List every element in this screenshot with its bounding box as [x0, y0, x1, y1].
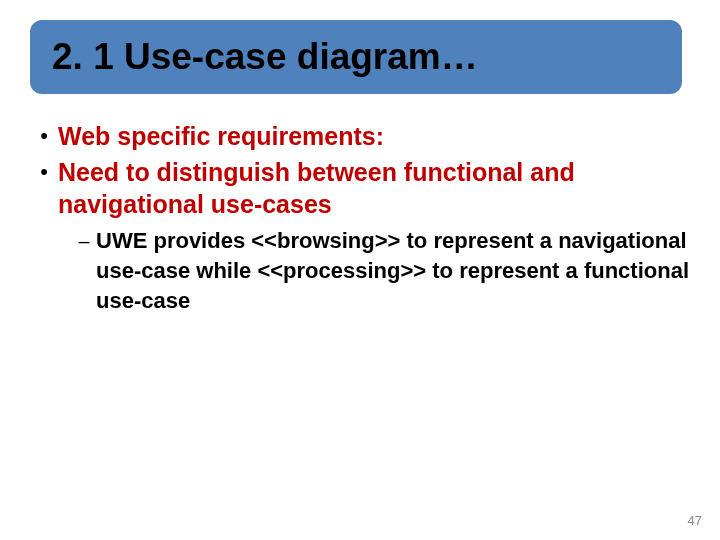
- bullet-dot-icon: •: [30, 120, 58, 152]
- bullet-dash-icon: –: [72, 226, 96, 256]
- sub-bullet-text: UWE provides <<browsing>> to represent a…: [96, 226, 690, 316]
- bullet-item: • Web specific requirements:: [30, 120, 690, 152]
- bullet-dot-icon: •: [30, 156, 58, 188]
- slide-title: 2. 1 Use-case diagram…: [52, 36, 660, 78]
- slide-body: • Web specific requirements: • Need to d…: [30, 120, 690, 316]
- page-number: 47: [688, 513, 702, 528]
- bullet-text: Need to distinguish between functional a…: [58, 156, 690, 220]
- sub-bullet-item: – UWE provides <<browsing>> to represent…: [72, 226, 690, 316]
- slide: 2. 1 Use-case diagram… • Web specific re…: [0, 0, 720, 540]
- bullet-item: • Need to distinguish between functional…: [30, 156, 690, 220]
- bullet-text: Web specific requirements:: [58, 120, 384, 152]
- title-box: 2. 1 Use-case diagram…: [30, 20, 682, 94]
